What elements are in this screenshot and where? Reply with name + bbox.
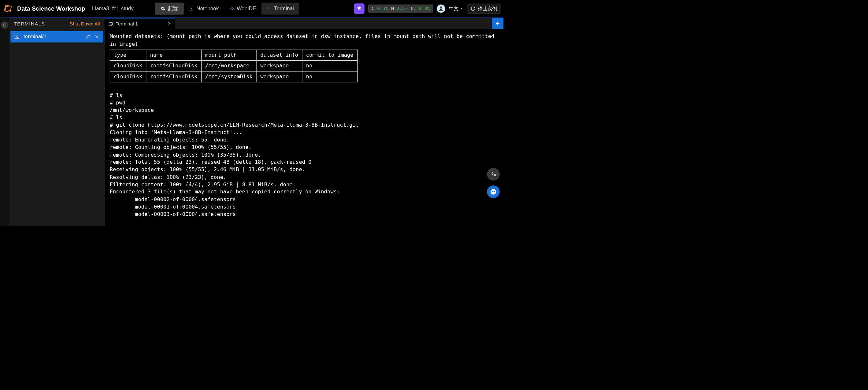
resource-stats: C 0.5% M 2.5% G1 0.0% [368,4,433,13]
gear-icon [160,6,165,11]
table-row: cloudDiskrootfsCloudDisk/mnt/workspacewo… [110,61,357,71]
stop-instance-button[interactable]: 停止实例 [467,4,501,13]
table-row: cloudDiskrootfsCloudDisk/mnt/systemDiskw… [110,71,357,82]
terminal-line: Encountered 3 file(s) that may not have … [110,188,498,196]
app-title: Data Science Workshop [17,5,85,12]
new-tab-button[interactable] [492,18,503,29]
table-cell: cloudDisk [110,61,146,71]
panel-title: TERMINALS [14,21,45,27]
power-icon [471,6,475,11]
svg-point-6 [440,6,442,9]
chevron-down-icon [460,7,463,10]
tab-notebook[interactable]: Notebook [184,3,224,14]
terminal-line: remote: Compressing objects: 100% (35/35… [110,151,498,159]
square-icon [3,23,7,27]
tab-close-button[interactable] [167,21,172,27]
table-cell: /mnt/systemDisk [201,71,256,82]
stop-label: 停止实例 [478,5,497,12]
tab-webide-label: WebIDE [237,5,256,11]
terminal-list: terminal/1 [9,30,104,43]
editor-area: Terminal 1 Mounted datasets: (mount_path… [104,18,504,226]
terminal-line: Receiving objects: 100% (55/55), 2.46 Mi… [110,166,498,173]
panel-header: TERMINALS Shut Down All [9,18,104,30]
code-icon [229,6,235,11]
assistant-button[interactable] [487,185,499,198]
terminals-panel: TERMINALS Shut Down All terminal/1 [9,18,104,226]
svg-rect-1 [5,6,10,11]
robot-icon [490,189,497,195]
terminal-line: Resolving deltas: 100% (23/23), done. [110,173,498,181]
terminal-line [110,84,498,92]
notebook-icon [189,6,194,11]
topbar-right: C 0.5% M 2.5% G1 0.0% 中文 停止实例 [354,3,501,13]
edit-icon[interactable] [85,34,90,39]
terminal-line: model-00002-of-00004.safetensors [110,196,498,203]
terminal-line: See: `git lfs help smudge` for more deta… [110,225,498,226]
table-cell: no [302,61,357,71]
tab-notebook-label: Notebook [196,5,219,11]
terminal-icon [267,6,272,11]
terminal-item-label: terminal/1 [24,34,82,40]
table-header-cell: mount_path [201,50,256,61]
terminal-line: # ls [110,92,498,99]
terminal-line: remote: Total 55 (delta 23), reused 48 (… [110,159,498,166]
activity-item[interactable] [1,21,8,29]
language-selector[interactable]: 中文 [449,5,463,12]
tab-webide[interactable]: WebIDE [224,3,261,14]
terminal-icon [14,34,20,40]
project-name: Llama3_for_study [92,5,148,11]
terminal-line: # pwd [110,99,498,107]
table-cell: cloudDisk [110,71,146,82]
activity-bar [0,18,9,226]
terminal-line [110,218,498,225]
user-avatar[interactable] [437,4,445,13]
editor-tab[interactable]: Terminal 1 [104,18,176,29]
table-header-cell: commit_to_image [302,50,357,61]
table-header-cell: dataset_info [256,50,302,61]
shutdown-all-button[interactable]: Shut Down All [70,21,100,27]
terminal-line: # ls [110,114,498,122]
mounted-datasets-table: typenamemount_pathdataset_infocommit_to_… [110,50,357,83]
cpu-label: C [372,6,374,11]
config-button[interactable]: 配置 [155,3,183,14]
translate-button[interactable] [487,168,499,181]
terminal-line: remote: Counting objects: 100% (55/55), … [110,144,498,151]
terminal-line: model-00001-of-00004.safetensors [110,203,498,210]
mem-value: 2.5% [397,6,408,11]
floating-buttons [487,168,499,198]
logo-icon [4,5,11,12]
table-cell: rootfsCloudDisk [146,71,201,82]
extension-icon[interactable] [354,3,364,13]
tab-terminal[interactable]: Terminal [261,3,299,14]
editor-tab-label: Terminal 1 [116,21,138,27]
close-icon[interactable] [94,34,99,39]
terminal-line: remote: Enumerating objects: 55, done. [110,136,498,144]
cpu-value: 0.5% [377,6,388,11]
main-area: TERMINALS Shut Down All terminal/1 Termi… [0,18,503,226]
terminal-line: Mounted datasets: (mount_path is where y… [110,33,498,48]
terminal-icon [108,22,113,26]
config-label: 配置 [168,5,178,12]
svg-point-22 [494,191,495,192]
translate-icon [490,171,497,177]
gpu-label: G1 [411,6,416,11]
terminal-line: model-00003-of-00004.safetensors [110,210,498,218]
topbar: Data Science Workshop Llama3_for_study 配… [0,0,503,18]
svg-point-21 [492,191,493,192]
table-cell: rootfsCloudDisk [146,61,201,71]
plus-icon [495,21,500,26]
terminal-list-item[interactable]: terminal/1 [10,31,103,42]
terminal-line: /mnt/workspace [110,107,498,114]
mem-label: M [391,6,394,11]
table-cell: no [302,71,357,82]
terminal-line: # git clone https://www.modelscope.cn/LL… [110,122,498,129]
table-header-cell: type [110,50,146,61]
svg-rect-14 [109,22,112,25]
table-cell: /mnt/workspace [201,61,256,71]
tab-terminal-label: Terminal [274,5,294,11]
svg-rect-10 [15,35,19,39]
svg-rect-9 [4,24,6,26]
terminal-output[interactable]: Mounted datasets: (mount_path is where y… [104,29,504,226]
editor-tab-bar: Terminal 1 [104,18,504,29]
table-cell: workspace [256,71,302,82]
